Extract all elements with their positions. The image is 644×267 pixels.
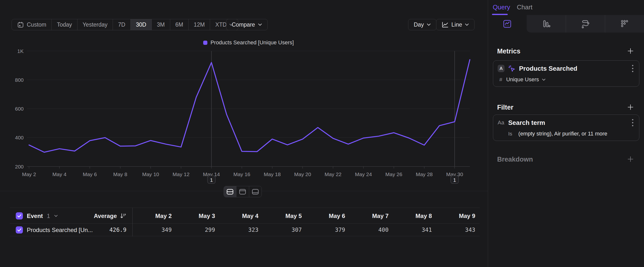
date-column-header[interactable]: May 9 <box>434 208 475 224</box>
cell-value: 307 <box>260 224 302 236</box>
view-layout-toggle[interactable] <box>224 186 262 197</box>
average-value: 426.9 <box>110 224 126 236</box>
split-view-icon <box>226 189 234 195</box>
range-7d[interactable]: 7D <box>113 19 130 30</box>
filter-operator[interactable]: Is <box>508 131 512 137</box>
filter-value[interactable]: (empty string), Air purifier, or 11 more <box>518 131 607 137</box>
cell-value: 379 <box>303 224 345 236</box>
check-icon <box>17 214 22 217</box>
x-axis-label: May 8 <box>113 171 127 177</box>
kebab-icon <box>632 64 634 73</box>
x-axis-label: May 12 <box>172 171 190 177</box>
calendar-icon <box>17 22 24 28</box>
table-only-view-icon <box>252 189 259 195</box>
aggregation-type-icon: # <box>499 77 502 83</box>
date-column-header[interactable]: May 2 <box>130 208 172 224</box>
metric-card[interactable]: A Products Searched # Unique Users <box>493 60 639 87</box>
x-axis-label: May 6 <box>83 171 97 177</box>
event-header[interactable]: Event 1 <box>16 208 58 224</box>
cell-value: 400 <box>347 224 389 236</box>
sidebar-tabs: Query Chart <box>488 0 644 15</box>
chart-type-label: Line <box>452 22 462 28</box>
row-checkbox[interactable] <box>16 226 23 233</box>
date-column-header[interactable]: May 6 <box>303 208 345 224</box>
chart-only-view-button[interactable] <box>236 186 249 197</box>
range-12m[interactable]: 12M <box>188 19 210 30</box>
y-axis-label: 600 <box>15 106 24 112</box>
row-header: Products Searched [Un... <box>16 224 93 236</box>
date-column-header[interactable]: May 3 <box>173 208 215 224</box>
tab-chart[interactable]: Chart <box>517 4 532 11</box>
average-label: Average <box>94 212 117 219</box>
range-label: 12M <box>194 22 205 28</box>
table-only-view-button[interactable] <box>249 186 262 197</box>
x-axis-label: May 18 <box>264 171 281 177</box>
y-axis-label: 800 <box>15 77 24 83</box>
metric-letter-badge: A <box>498 65 504 72</box>
funnels-icon <box>542 20 550 28</box>
range-30d[interactable]: 30D <box>130 19 151 30</box>
x-axis-label: May 16 <box>234 171 250 177</box>
range-yesterday[interactable]: Yesterday <box>77 19 113 30</box>
x-axis-label: May 24 <box>355 171 372 177</box>
report-type-tabs <box>488 15 644 33</box>
filter-heading: Filter <box>497 104 514 111</box>
legend-swatch <box>203 41 207 45</box>
date-column-header[interactable]: May 7 <box>347 208 389 224</box>
date-column-header[interactable]: May 8 <box>390 208 432 224</box>
add-filter-button[interactable] <box>627 103 634 112</box>
range-custom[interactable]: Custom <box>12 19 52 30</box>
compare-button[interactable]: Compare <box>226 19 268 30</box>
compare-label: Compare <box>232 22 255 28</box>
filter-card[interactable]: Aa Search term Is (empty string), Air pu… <box>493 115 639 141</box>
x-axis-label: May 26 <box>386 171 402 177</box>
split-view-button[interactable] <box>224 186 236 197</box>
tab-flows[interactable] <box>571 15 600 33</box>
y-axis-label: 1K <box>17 48 24 54</box>
plus-icon <box>627 155 634 163</box>
range-6m[interactable]: 6M <box>170 19 188 30</box>
tab-funnels[interactable] <box>532 15 561 33</box>
filter-menu-button[interactable] <box>632 118 634 128</box>
cell-value: 323 <box>217 224 258 236</box>
range-label: Custom <box>27 22 46 28</box>
table-row[interactable]: Products Searched [Un... 426.9 349299323… <box>10 224 480 236</box>
x-axis-label: May 20 <box>294 171 311 177</box>
legend-label: Products Searched [Unique Users] <box>210 39 294 46</box>
chart-only-view-icon <box>239 189 246 195</box>
aggregation-selector[interactable]: Unique Users <box>506 76 539 83</box>
event-cursor-icon <box>508 65 516 72</box>
check-icon <box>17 228 22 231</box>
y-axis-label: 200 <box>15 164 24 169</box>
cell-value: 299 <box>173 224 215 236</box>
event-label: Event <box>27 212 43 219</box>
x-axis-label: May 10 <box>142 171 159 177</box>
date-column-header[interactable]: May 4 <box>217 208 258 224</box>
granularity-button[interactable]: Day <box>408 19 436 30</box>
range-label: Today <box>57 22 72 28</box>
tab-separator <box>566 15 566 33</box>
metric-menu-button[interactable] <box>632 64 634 74</box>
chart-legend: Products Searched [Unique Users] <box>27 39 470 46</box>
insights-icon <box>503 20 512 28</box>
x-axis-label: May 2 <box>22 171 36 177</box>
average-column-header[interactable]: Average <box>94 208 126 224</box>
metrics-heading: Metrics <box>497 48 520 55</box>
date-column-header[interactable]: May 5 <box>260 208 302 224</box>
cell-value: 343 <box>434 224 475 236</box>
tab-insights[interactable] <box>492 15 522 33</box>
range-today[interactable]: Today <box>52 19 77 30</box>
annotation-count: 1 <box>210 177 213 183</box>
table-header-row: Event 1 Average May 2May 3May 4May 5May … <box>10 208 480 224</box>
tab-query[interactable]: Query <box>493 4 510 11</box>
results-table: Event 1 Average May 2May 3May 4May 5May … <box>10 208 480 236</box>
series-products-searched[interactable] <box>29 60 470 152</box>
add-metric-button[interactable] <box>627 47 634 56</box>
range-3m[interactable]: 3M <box>152 19 170 30</box>
date-range-selector[interactable]: CustomTodayYesterday7D30D3M6M12MXTD <box>12 19 238 30</box>
select-all-checkbox[interactable] <box>16 212 23 219</box>
chart-type-button[interactable]: Line <box>436 19 474 30</box>
tab-retention[interactable] <box>610 15 639 33</box>
line-chart-icon <box>442 22 448 28</box>
add-breakdown-button[interactable] <box>627 155 634 164</box>
